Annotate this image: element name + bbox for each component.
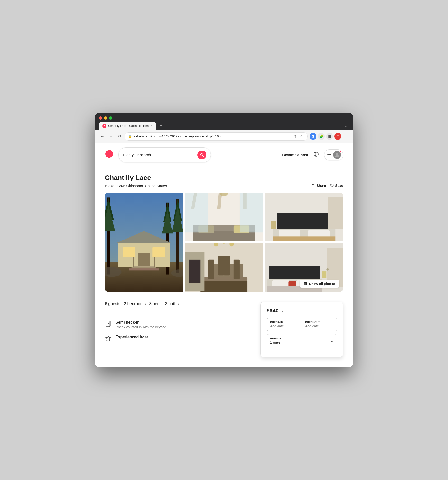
svg-rect-5	[327, 153, 331, 153]
svg-rect-40	[154, 257, 155, 267]
active-tab[interactable]: Chantilly Lace - Cabins for Ren ✕	[99, 122, 156, 130]
url-actions: ⬆ ☆	[293, 134, 304, 139]
tab-title: Chantilly Lace - Cabins for Ren	[108, 124, 149, 128]
guests-value: 1 guest	[270, 340, 281, 344]
browser-menu-button[interactable]: ⋮	[343, 133, 349, 140]
svg-rect-57	[185, 193, 208, 232]
door-icon	[105, 320, 112, 327]
svg-rect-41	[123, 247, 135, 257]
profile-ext-icon[interactable]: T	[334, 133, 341, 140]
search-button[interactable]	[197, 151, 206, 159]
page-content: Start your search Become a host	[95, 143, 353, 367]
browser-window: Chantilly Lace - Cabins for Ren ✕ + ⌵ ← …	[95, 113, 353, 367]
checkin-field[interactable]: CHECK-IN Add date	[267, 318, 302, 331]
become-host-link[interactable]: Become a host	[282, 153, 308, 157]
checkout-value: Add date	[305, 324, 333, 328]
svg-rect-7	[327, 156, 331, 156]
new-tab-button[interactable]: +	[158, 122, 165, 129]
svg-rect-90	[224, 256, 230, 275]
back-button[interactable]: ←	[99, 133, 106, 140]
listing-capacity: 6 guests · 2 bedrooms · 3 beds · 3 baths	[105, 302, 246, 313]
feature-self-checkin: Self check-in Check yourself in with the…	[105, 320, 246, 329]
photo-2[interactable]	[185, 193, 263, 241]
square-ext-icon[interactable]: ⊞	[326, 133, 333, 140]
svg-rect-58	[240, 193, 263, 232]
self-checkin-title: Self check-in	[116, 320, 167, 325]
title-bar: Chantilly Lace - Cabins for Ren ✕ + ⌵	[95, 113, 353, 130]
address-bar: ← → ↻ 🔒 airbnb.co.nz/rooms/47700291?sour…	[95, 130, 353, 143]
language-button[interactable]	[312, 150, 320, 160]
svg-rect-73	[328, 197, 343, 229]
minimize-button[interactable]	[104, 116, 107, 120]
hamburger-icon	[327, 153, 331, 157]
listing-meta-row: Broken Bow, Oklahoma, United States Shar…	[105, 184, 343, 188]
tab-bar: Chantilly Lace - Cabins for Ren ✕ + ⌵	[99, 122, 349, 130]
svg-rect-87	[208, 259, 214, 279]
svg-rect-35	[138, 253, 150, 267]
photo-grid: Show all photos	[105, 193, 343, 292]
show-all-photos-button[interactable]: Show all photos	[300, 280, 339, 288]
svg-rect-6	[327, 154, 331, 155]
experienced-host-text: Experienced host	[116, 335, 148, 340]
grid-icon	[304, 282, 307, 285]
listing-location[interactable]: Broken Bow, Oklahoma, United States	[105, 184, 167, 188]
checkout-field[interactable]: CHECKOUT Add date	[302, 318, 337, 331]
listing-actions: Share Save	[311, 184, 343, 187]
guests-field[interactable]: GUESTS 1 guest ⌄	[267, 334, 337, 347]
close-button[interactable]	[99, 116, 102, 120]
svg-rect-69	[273, 236, 335, 241]
photo-4[interactable]	[185, 243, 263, 292]
search-bar[interactable]: Start your search	[118, 147, 211, 162]
booking-card: $640 night CHECK-IN Add date CHECKOUT Ad…	[260, 302, 343, 357]
refresh-button[interactable]: ↻	[116, 133, 123, 140]
svg-rect-85	[189, 259, 200, 283]
maximize-button[interactable]	[109, 116, 112, 120]
listing-title: Chantilly Lace	[105, 174, 343, 182]
url-text: airbnb.co.nz/rooms/47700291?source_impre…	[134, 134, 291, 138]
svg-point-8	[336, 153, 338, 155]
airbnb-header: Start your search Become a host	[95, 143, 353, 167]
listing-body: 6 guests · 2 bedrooms · 3 beds · 3 baths…	[105, 302, 343, 357]
svg-rect-108	[106, 321, 110, 326]
svg-rect-42	[152, 247, 165, 257]
tab-close-icon[interactable]: ✕	[151, 124, 153, 127]
dates-grid: CHECK-IN Add date CHECKOUT Add date	[267, 318, 337, 331]
puzzle-ext-icon[interactable]: 🧩	[318, 133, 325, 140]
checkout-label: CHECKOUT	[305, 321, 333, 324]
booking-price: $640 night	[267, 308, 337, 314]
experienced-host-title: Experienced host	[116, 335, 148, 339]
user-menu-button[interactable]	[324, 149, 343, 160]
avatar	[333, 151, 341, 159]
price-amount: $640	[267, 308, 278, 314]
guests-field-left: GUESTS 1 guest	[270, 337, 281, 344]
self-checkin-text: Self check-in Check yourself in with the…	[116, 320, 167, 329]
svg-rect-38	[129, 268, 159, 270]
url-bar[interactable]: 🔒 airbnb.co.nz/rooms/47700291?source_imp…	[125, 132, 308, 141]
forward-button[interactable]: →	[108, 133, 115, 140]
save-label: Save	[335, 184, 343, 187]
bookmark-icon[interactable]: ☆	[299, 134, 304, 139]
show-all-photos-label: Show all photos	[309, 282, 335, 286]
header-right: Become a host	[282, 149, 343, 160]
svg-point-109	[108, 323, 109, 324]
save-button[interactable]: Save	[330, 184, 343, 187]
google-ext-icon[interactable]: G	[310, 133, 316, 140]
share-button[interactable]: Share	[311, 184, 326, 187]
checkin-value: Add date	[270, 324, 298, 328]
listing-details: 6 guests · 2 bedrooms · 3 beds · 3 baths…	[105, 302, 246, 357]
airbnb-logo[interactable]	[105, 150, 114, 160]
more-tabs[interactable]: ⌵	[343, 123, 349, 129]
tab-favicon	[102, 124, 106, 128]
svg-rect-71	[271, 221, 276, 229]
main-photo[interactable]	[105, 193, 183, 292]
checkin-label: CHECK-IN	[270, 321, 298, 324]
traffic-lights	[99, 116, 349, 120]
lock-icon: 🔒	[128, 135, 132, 138]
svg-line-1	[203, 156, 204, 157]
photo-3[interactable]	[265, 193, 343, 241]
extensions-area: G 🧩 ⊞ T ⋮	[310, 133, 349, 140]
price-suffix: night	[278, 309, 287, 313]
svg-rect-83	[201, 277, 248, 281]
share-label: Share	[316, 184, 326, 187]
share-page-icon[interactable]: ⬆	[293, 134, 297, 139]
